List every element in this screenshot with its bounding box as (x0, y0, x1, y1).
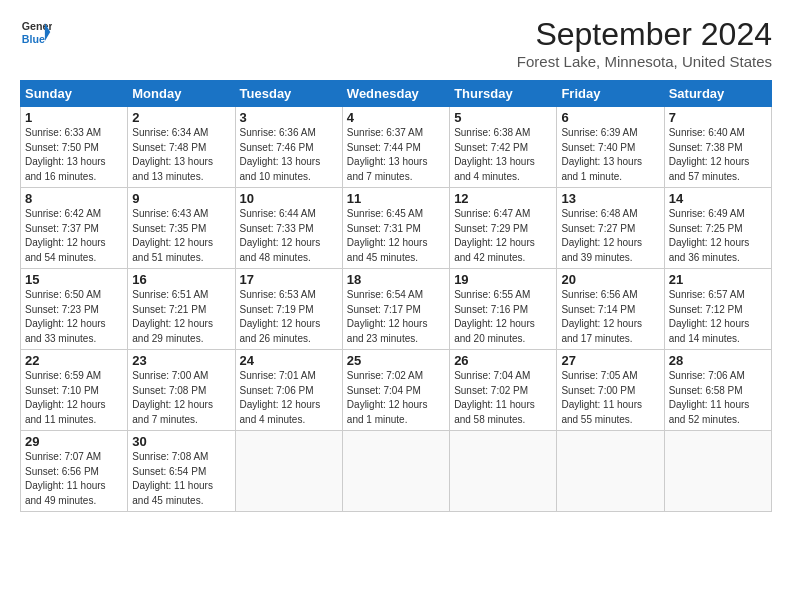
day-info: Sunrise: 6:47 AM Sunset: 7:29 PM Dayligh… (454, 207, 552, 265)
calendar-cell: 8Sunrise: 6:42 AM Sunset: 7:37 PM Daylig… (21, 188, 128, 269)
calendar-cell: 21Sunrise: 6:57 AM Sunset: 7:12 PM Dayli… (664, 269, 771, 350)
day-number: 2 (132, 110, 230, 125)
calendar-cell: 10Sunrise: 6:44 AM Sunset: 7:33 PM Dayli… (235, 188, 342, 269)
day-number: 17 (240, 272, 338, 287)
day-info: Sunrise: 7:07 AM Sunset: 6:56 PM Dayligh… (25, 450, 123, 508)
calendar-cell: 18Sunrise: 6:54 AM Sunset: 7:17 PM Dayli… (342, 269, 449, 350)
day-info: Sunrise: 6:40 AM Sunset: 7:38 PM Dayligh… (669, 126, 767, 184)
day-info: Sunrise: 7:04 AM Sunset: 7:02 PM Dayligh… (454, 369, 552, 427)
day-number: 19 (454, 272, 552, 287)
day-number: 13 (561, 191, 659, 206)
day-info: Sunrise: 6:34 AM Sunset: 7:48 PM Dayligh… (132, 126, 230, 184)
day-number: 15 (25, 272, 123, 287)
day-info: Sunrise: 6:42 AM Sunset: 7:37 PM Dayligh… (25, 207, 123, 265)
calendar-cell: 22Sunrise: 6:59 AM Sunset: 7:10 PM Dayli… (21, 350, 128, 431)
day-number: 8 (25, 191, 123, 206)
day-info: Sunrise: 6:38 AM Sunset: 7:42 PM Dayligh… (454, 126, 552, 184)
day-number: 28 (669, 353, 767, 368)
day-info: Sunrise: 6:48 AM Sunset: 7:27 PM Dayligh… (561, 207, 659, 265)
calendar-cell (450, 431, 557, 512)
logo-icon: General Blue (20, 16, 52, 48)
day-number: 18 (347, 272, 445, 287)
day-info: Sunrise: 7:05 AM Sunset: 7:00 PM Dayligh… (561, 369, 659, 427)
day-number: 12 (454, 191, 552, 206)
weekday-header-monday: Monday (128, 81, 235, 107)
day-info: Sunrise: 6:37 AM Sunset: 7:44 PM Dayligh… (347, 126, 445, 184)
header: General Blue September 2024 Forest Lake,… (20, 16, 772, 70)
day-info: Sunrise: 7:01 AM Sunset: 7:06 PM Dayligh… (240, 369, 338, 427)
calendar-cell: 13Sunrise: 6:48 AM Sunset: 7:27 PM Dayli… (557, 188, 664, 269)
calendar-cell (235, 431, 342, 512)
day-number: 10 (240, 191, 338, 206)
location: Forest Lake, Minnesota, United States (517, 53, 772, 70)
calendar-cell: 28Sunrise: 7:06 AM Sunset: 6:58 PM Dayli… (664, 350, 771, 431)
calendar-cell: 11Sunrise: 6:45 AM Sunset: 7:31 PM Dayli… (342, 188, 449, 269)
day-number: 30 (132, 434, 230, 449)
weekday-header-sunday: Sunday (21, 81, 128, 107)
day-number: 4 (347, 110, 445, 125)
day-number: 14 (669, 191, 767, 206)
day-info: Sunrise: 7:02 AM Sunset: 7:04 PM Dayligh… (347, 369, 445, 427)
calendar-cell: 24Sunrise: 7:01 AM Sunset: 7:06 PM Dayli… (235, 350, 342, 431)
calendar-cell: 7Sunrise: 6:40 AM Sunset: 7:38 PM Daylig… (664, 107, 771, 188)
svg-text:Blue: Blue (22, 33, 45, 45)
weekday-header-row: SundayMondayTuesdayWednesdayThursdayFrid… (21, 81, 772, 107)
calendar-cell: 30Sunrise: 7:08 AM Sunset: 6:54 PM Dayli… (128, 431, 235, 512)
calendar-cell: 4Sunrise: 6:37 AM Sunset: 7:44 PM Daylig… (342, 107, 449, 188)
day-info: Sunrise: 7:06 AM Sunset: 6:58 PM Dayligh… (669, 369, 767, 427)
calendar-cell: 26Sunrise: 7:04 AM Sunset: 7:02 PM Dayli… (450, 350, 557, 431)
day-info: Sunrise: 6:44 AM Sunset: 7:33 PM Dayligh… (240, 207, 338, 265)
day-number: 6 (561, 110, 659, 125)
calendar-cell: 20Sunrise: 6:56 AM Sunset: 7:14 PM Dayli… (557, 269, 664, 350)
weekday-header-thursday: Thursday (450, 81, 557, 107)
day-info: Sunrise: 6:33 AM Sunset: 7:50 PM Dayligh… (25, 126, 123, 184)
calendar-cell: 16Sunrise: 6:51 AM Sunset: 7:21 PM Dayli… (128, 269, 235, 350)
weekday-header-friday: Friday (557, 81, 664, 107)
calendar-cell (557, 431, 664, 512)
day-info: Sunrise: 6:49 AM Sunset: 7:25 PM Dayligh… (669, 207, 767, 265)
day-info: Sunrise: 6:39 AM Sunset: 7:40 PM Dayligh… (561, 126, 659, 184)
calendar-cell: 19Sunrise: 6:55 AM Sunset: 7:16 PM Dayli… (450, 269, 557, 350)
day-number: 22 (25, 353, 123, 368)
title-block: September 2024 Forest Lake, Minnesota, U… (517, 16, 772, 70)
calendar-cell (342, 431, 449, 512)
day-number: 16 (132, 272, 230, 287)
calendar-cell (664, 431, 771, 512)
day-info: Sunrise: 6:54 AM Sunset: 7:17 PM Dayligh… (347, 288, 445, 346)
day-number: 23 (132, 353, 230, 368)
calendar-week-row: 29Sunrise: 7:07 AM Sunset: 6:56 PM Dayli… (21, 431, 772, 512)
calendar-cell: 2Sunrise: 6:34 AM Sunset: 7:48 PM Daylig… (128, 107, 235, 188)
calendar-week-row: 1Sunrise: 6:33 AM Sunset: 7:50 PM Daylig… (21, 107, 772, 188)
calendar-cell: 9Sunrise: 6:43 AM Sunset: 7:35 PM Daylig… (128, 188, 235, 269)
day-info: Sunrise: 6:50 AM Sunset: 7:23 PM Dayligh… (25, 288, 123, 346)
day-number: 5 (454, 110, 552, 125)
calendar-cell: 29Sunrise: 7:07 AM Sunset: 6:56 PM Dayli… (21, 431, 128, 512)
day-number: 20 (561, 272, 659, 287)
day-number: 29 (25, 434, 123, 449)
calendar-page: General Blue September 2024 Forest Lake,… (0, 0, 792, 522)
calendar-cell: 23Sunrise: 7:00 AM Sunset: 7:08 PM Dayli… (128, 350, 235, 431)
day-info: Sunrise: 6:57 AM Sunset: 7:12 PM Dayligh… (669, 288, 767, 346)
calendar-week-row: 8Sunrise: 6:42 AM Sunset: 7:37 PM Daylig… (21, 188, 772, 269)
calendar-week-row: 22Sunrise: 6:59 AM Sunset: 7:10 PM Dayli… (21, 350, 772, 431)
day-info: Sunrise: 6:55 AM Sunset: 7:16 PM Dayligh… (454, 288, 552, 346)
day-info: Sunrise: 6:53 AM Sunset: 7:19 PM Dayligh… (240, 288, 338, 346)
day-number: 27 (561, 353, 659, 368)
day-number: 11 (347, 191, 445, 206)
day-info: Sunrise: 6:45 AM Sunset: 7:31 PM Dayligh… (347, 207, 445, 265)
weekday-header-tuesday: Tuesday (235, 81, 342, 107)
day-number: 26 (454, 353, 552, 368)
calendar-cell: 6Sunrise: 6:39 AM Sunset: 7:40 PM Daylig… (557, 107, 664, 188)
day-info: Sunrise: 6:36 AM Sunset: 7:46 PM Dayligh… (240, 126, 338, 184)
day-info: Sunrise: 7:00 AM Sunset: 7:08 PM Dayligh… (132, 369, 230, 427)
calendar-cell: 1Sunrise: 6:33 AM Sunset: 7:50 PM Daylig… (21, 107, 128, 188)
day-info: Sunrise: 6:51 AM Sunset: 7:21 PM Dayligh… (132, 288, 230, 346)
day-info: Sunrise: 6:56 AM Sunset: 7:14 PM Dayligh… (561, 288, 659, 346)
day-number: 1 (25, 110, 123, 125)
calendar-table: SundayMondayTuesdayWednesdayThursdayFrid… (20, 80, 772, 512)
day-info: Sunrise: 6:59 AM Sunset: 7:10 PM Dayligh… (25, 369, 123, 427)
day-number: 25 (347, 353, 445, 368)
day-number: 24 (240, 353, 338, 368)
day-number: 3 (240, 110, 338, 125)
day-info: Sunrise: 6:43 AM Sunset: 7:35 PM Dayligh… (132, 207, 230, 265)
